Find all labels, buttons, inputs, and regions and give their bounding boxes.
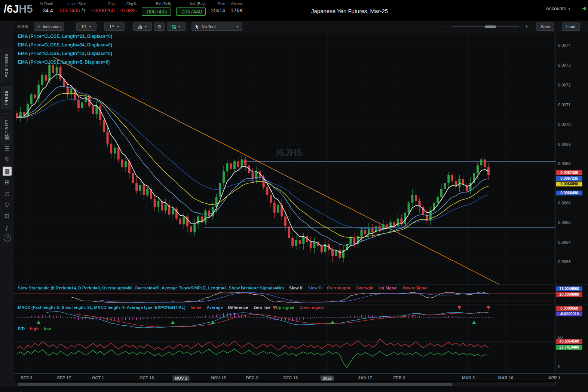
layout-dropdown[interactable]: ▼ xyxy=(167,22,186,31)
price-axis-label: 0.0071 xyxy=(558,103,571,107)
sidebar-tab-trade[interactable]: TRADE xyxy=(1,86,12,109)
list-icon[interactable]: ☰ xyxy=(3,144,12,153)
time-axis-label: DEC 2 xyxy=(246,376,258,380)
ema-study-label[interactable]: EMA (Price=CLOSE, Length=34, Displace=0) xyxy=(18,42,112,48)
bar-chart-icon xyxy=(138,24,142,29)
ivr-value-tag: 40.8064500 xyxy=(556,339,582,344)
time-axis-label: SEP 3 xyxy=(21,376,33,380)
study-legend-item: Up signal xyxy=(276,305,294,310)
range-value: 1Y xyxy=(109,24,114,29)
time-axis-label: JAN 17 xyxy=(358,376,372,380)
chart-settings-button[interactable]: ⚙ xyxy=(154,22,165,31)
indicators-button[interactable]: ✳ Indicators xyxy=(34,22,64,31)
header-field: Ask (Buy).0067440 xyxy=(176,2,205,16)
price-tag: 0.0066890 xyxy=(556,182,582,186)
ivr-study-label: IVRhighlow xyxy=(18,326,51,331)
zoom-slider[interactable] xyxy=(452,26,519,27)
study-legend-item: Slow K xyxy=(289,286,303,290)
fx-icon[interactable]: ƒ xyxy=(3,223,12,232)
header-field-value: .0067435 /1 xyxy=(58,7,86,13)
left-sidebar: POSITIONSTRADEACTIVITY ▥☰⎘▦⊞◷⚇⊡ƒ? xyxy=(0,21,15,392)
grid-layout-icon xyxy=(172,25,176,29)
price-axis-label: 0.0068 xyxy=(558,161,571,166)
header-field-value: 176K xyxy=(230,7,243,13)
price-tag: 0.0067235 xyxy=(556,176,582,181)
time-axis-label: NOV 1 xyxy=(172,376,189,381)
zoom-slider-thumb[interactable] xyxy=(485,25,496,28)
macd-study-label: MACD (Fast length=8, Slow length=21, MAC… xyxy=(18,305,324,310)
price-axis-label: 0.0073 xyxy=(558,63,571,67)
zoom-in-button[interactable]: + xyxy=(525,24,528,30)
load-button[interactable]: Load xyxy=(562,22,580,31)
ema-study-label[interactable]: EMA (Price=CLOSE, Length=5, Displace=0) xyxy=(18,60,112,65)
save-label: Save xyxy=(540,24,550,29)
price-axis-label: 0.0074 xyxy=(558,43,571,48)
sidebar-tab-positions[interactable]: POSITIONS xyxy=(1,49,12,82)
zoom-out-button[interactable]: - xyxy=(444,24,446,30)
macd-value-tag: 0.0000560 xyxy=(556,306,582,311)
bar-chart-icon[interactable]: ▥ xyxy=(3,133,12,142)
time-axis-label: FEB 3 xyxy=(393,376,405,380)
chart-symbol-label: /6JH5 xyxy=(17,24,28,29)
chevron-down-icon: ▼ xyxy=(568,7,571,11)
price-axis-label: 0.0066 xyxy=(558,201,571,205)
header-field: Chg-.0000260 xyxy=(91,2,115,16)
candlestick-chart-icon[interactable]: ▦ xyxy=(3,167,12,176)
box-icon[interactable]: ⊡ xyxy=(3,212,12,221)
time-axis-label: OCT 1 xyxy=(92,376,104,380)
drawing-tool-dropdown[interactable]: No Tool ▼ xyxy=(192,22,242,31)
study-legend-item: Overbought xyxy=(327,286,350,290)
time-axis-label: OCT 18 xyxy=(140,376,154,380)
accounts-menu[interactable]: Accounts▼ xyxy=(546,6,571,11)
collapse-panel-icon[interactable]: ◀ xyxy=(582,5,586,11)
header-field-value[interactable]: .0067435 xyxy=(142,7,171,16)
header-field: Chg%-0.38% xyxy=(120,2,137,16)
time-axis-label: MAR 16 xyxy=(498,376,513,380)
indicators-label: Indicators xyxy=(43,24,61,29)
time-axis-label: APR 1 xyxy=(548,376,560,380)
ivr-value-tag: 27.7419400 xyxy=(556,345,582,350)
stochastic-study-label: Slow Stochastic (K Period=14, D Period=9… xyxy=(18,286,428,290)
price-axis-label: 0.0069 xyxy=(558,142,571,146)
header-field-label: Last / Size xyxy=(58,2,86,6)
time-axis-label: MAR 3 xyxy=(462,376,475,380)
study-title[interactable]: Slow Stochastic (K Period=14, D Period=9… xyxy=(18,286,284,290)
study-title[interactable]: IVR xyxy=(18,326,25,331)
price-chart-canvas[interactable] xyxy=(14,33,555,374)
symbol-root: /6J xyxy=(4,3,19,15)
stochastic-value-tag: 73.0249500 xyxy=(556,286,582,291)
header-field-label: Chg xyxy=(91,2,115,6)
header-field-label: IV Rank xyxy=(40,2,53,6)
price-axis-label: 0.0070 xyxy=(558,122,571,127)
header-field: Volume176K xyxy=(230,2,243,16)
symbol-title: /6JH5 xyxy=(4,3,33,15)
time-axis-label: DEC 16 xyxy=(284,376,298,380)
range-dropdown[interactable]: 1Y▼ xyxy=(104,22,125,31)
scrollbar-thumb[interactable] xyxy=(18,383,453,386)
header-field-value[interactable]: .0067440 xyxy=(176,7,205,16)
chart-type-dropdown[interactable]: ▼ xyxy=(133,22,152,31)
chevron-down-icon: ▼ xyxy=(117,25,120,28)
ivr-axis-label: 0 xyxy=(558,364,560,369)
grid-icon[interactable]: ⊞ xyxy=(3,178,12,187)
people-icon[interactable]: ⚇ xyxy=(3,200,12,209)
chevron-down-icon: ▼ xyxy=(89,25,92,28)
clock-icon[interactable]: ◷ xyxy=(3,189,12,198)
ema-study-label[interactable]: EMA (Price=CLOSE, Length=13, Displace=0) xyxy=(18,51,112,56)
header: /6JH5 IV Rank34.4Last / Size.0067435 /1C… xyxy=(0,0,588,21)
help-icon[interactable]: ? xyxy=(4,234,11,241)
study-title[interactable]: MACD (Fast length=8, Slow length=21, MAC… xyxy=(18,305,186,310)
ema-study-label[interactable]: EMA (Price=CLOSE, Length=21, Displace=0) xyxy=(18,34,112,39)
chevron-down-icon: ▼ xyxy=(178,25,181,28)
clipboard-icon[interactable]: ⎘ xyxy=(3,155,12,164)
time-axis-label: 2025 xyxy=(321,376,334,381)
header-field: Last / Size.0067435 /1 xyxy=(58,2,86,16)
load-label: Load xyxy=(566,24,575,29)
chevron-down-icon: ▼ xyxy=(144,25,147,28)
save-button[interactable]: Save xyxy=(536,22,554,31)
price-tag: 0.0066490 xyxy=(556,191,582,195)
price-axis-label: 0.0065 xyxy=(558,220,571,225)
study-legend-item: Oversold xyxy=(356,286,374,290)
header-field-label: Bid (Sell) xyxy=(142,2,171,6)
timeframe-dropdown[interactable]: 1D▼ xyxy=(76,22,97,31)
